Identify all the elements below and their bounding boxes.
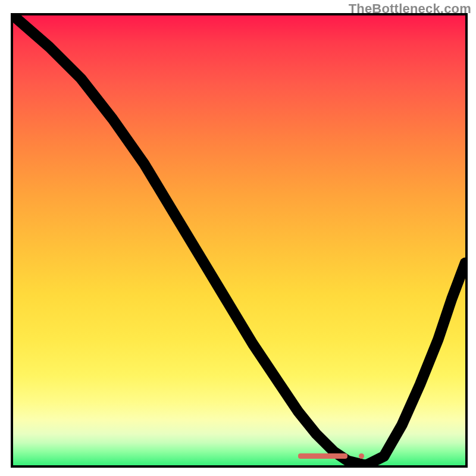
- optimal-point-dot: [359, 453, 364, 459]
- plot-area: [11, 13, 468, 468]
- optimal-range-marker: [298, 453, 348, 459]
- curve-line: [13, 15, 465, 465]
- curve-svg: [13, 15, 465, 465]
- watermark-label: TheBottleneck.com: [349, 1, 471, 17]
- chart-frame: TheBottleneck.com: [0, 0, 476, 476]
